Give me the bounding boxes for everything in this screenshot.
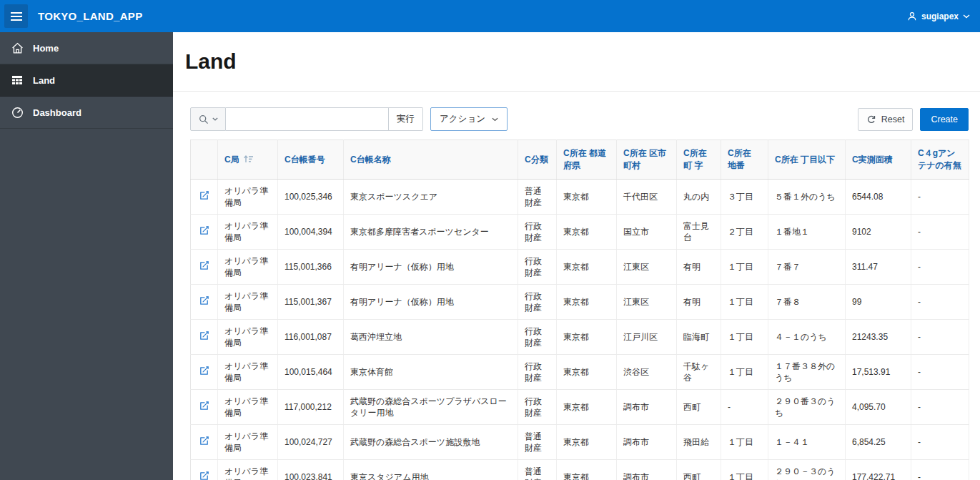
table-cell: ７番８ [768, 285, 846, 320]
search-group: 実行 [190, 107, 423, 131]
table-cell: １丁目 [721, 320, 768, 355]
table-cell: オリパラ準備局 [218, 285, 278, 320]
search-options-button[interactable] [190, 107, 226, 131]
go-button[interactable]: 実行 [389, 107, 423, 131]
edit-icon [199, 401, 209, 411]
home-icon [11, 42, 24, 54]
column-header-label: C実測面積 [852, 155, 893, 165]
table-cell: 17,513.91 [846, 355, 911, 390]
page-title: Land [185, 49, 969, 74]
table-cell: 普通財産 [518, 180, 557, 215]
edit-row-button[interactable] [191, 180, 218, 215]
table-cell: 東京都 [557, 285, 617, 320]
column-header[interactable]: C所在 丁目以下 [768, 140, 846, 180]
table-cell: 国立市 [617, 215, 677, 250]
page-header: Land [173, 32, 980, 92]
table-cell: オリパラ準備局 [218, 390, 278, 425]
user-name: sugiapex [921, 11, 959, 21]
edit-icon [199, 436, 209, 446]
table-cell: - [911, 320, 969, 355]
table-cell: １番地１ [768, 215, 846, 250]
reset-label: Reset [881, 114, 905, 124]
edit-row-button[interactable] [191, 425, 218, 460]
column-header-label: C所在 町 字 [683, 148, 707, 170]
column-header[interactable]: C所在 都道府県 [557, 140, 617, 180]
column-header[interactable]: C分類 [518, 140, 557, 180]
edit-row-button[interactable] [191, 285, 218, 320]
column-header[interactable]: C所在 地番 [721, 140, 768, 180]
sidebar-item-home[interactable]: Home [0, 32, 173, 64]
user-menu[interactable]: sugiapex [907, 11, 970, 21]
table-cell: - [911, 425, 969, 460]
sidebar-item-land[interactable]: Land [0, 64, 173, 97]
table-cell: 調布市 [617, 460, 677, 480]
sidebar-item-dashboard[interactable]: Dashboard [0, 97, 173, 129]
sort-indicator [244, 155, 253, 165]
table-cell: ２９０－３のうち [768, 460, 846, 480]
table-cell: 東京スポーツスクエア [344, 180, 518, 215]
table-cell: 東京都 [557, 390, 617, 425]
table-cell: １－４１ [768, 425, 846, 460]
table-cell: 100,023,841 [278, 460, 344, 480]
table-cell: 江戸川区 [617, 320, 677, 355]
table-row: オリパラ準備局100,023,841東京スタジアム用地普通財産東京都調布市西町１… [191, 460, 969, 480]
table-cell: オリパラ準備局 [218, 180, 278, 215]
table-header-row: C局C台帳番号C台帳名称C分類C所在 都道府県C所在 区市町村C所在 町 字C所… [191, 140, 969, 180]
table-cell: 東京スタジアム用地 [344, 460, 518, 480]
edit-row-button[interactable] [191, 460, 218, 480]
edit-row-button[interactable] [191, 215, 218, 250]
app-title: TOKYO_LAND_APP [38, 10, 142, 22]
hamburger-menu-icon[interactable] [4, 4, 28, 28]
table-cell: - [911, 250, 969, 285]
column-header-label: C台帳番号 [284, 155, 325, 165]
edit-icon [199, 190, 209, 201]
table-cell: 千代田区 [617, 180, 677, 215]
table-cell: オリパラ準備局 [218, 250, 278, 285]
table-cell: 東京都 [557, 250, 617, 285]
table-cell: 行政財産 [518, 215, 557, 250]
table-cell: - [911, 460, 969, 480]
table-cell: 有明アリーナ（仮称）用地 [344, 285, 518, 320]
table-cell: 行政財産 [518, 285, 557, 320]
chevron-down-icon [492, 117, 498, 122]
table-cell: 177,422.71 [846, 460, 911, 480]
report-table: C局C台帳番号C台帳名称C分類C所在 都道府県C所在 区市町村C所在 町 字C所… [190, 139, 969, 480]
reset-button[interactable]: Reset [858, 108, 914, 131]
table-cell: 調布市 [617, 425, 677, 460]
table-cell: １丁目 [721, 460, 768, 480]
table-cell: 普通財産 [518, 460, 557, 480]
edit-icon [199, 295, 209, 306]
column-header[interactable]: C台帳番号 [278, 140, 344, 180]
column-header[interactable]: C４gアンテナの有無 [911, 140, 969, 180]
column-header[interactable]: C実測面積 [846, 140, 911, 180]
table-cell: オリパラ準備局 [218, 460, 278, 480]
table-cell: 116,001,087 [278, 320, 344, 355]
top-bar: TOKYO_LAND_APP sugiapex [0, 0, 980, 32]
table-cell: 行政財産 [518, 390, 557, 425]
column-header[interactable]: C局 [218, 140, 278, 180]
edit-row-button[interactable] [191, 390, 218, 425]
table-row: オリパラ準備局115,001,366有明アリーナ（仮称）用地行政財産東京都江東区… [191, 250, 969, 285]
table-cell: ３丁目 [721, 180, 768, 215]
column-header-label: C所在 丁目以下 [775, 155, 835, 165]
table-cell: 東京都 [557, 460, 617, 480]
edit-row-button[interactable] [191, 320, 218, 355]
dashboard-gauge-icon [11, 107, 24, 119]
table-cell: １丁目 [721, 250, 768, 285]
create-button[interactable]: Create [920, 108, 969, 131]
table-cell: 311.47 [846, 250, 911, 285]
sort-ascending-icon [244, 155, 253, 163]
table-cell: 東京都 [557, 320, 617, 355]
search-input[interactable] [226, 107, 389, 131]
table-cell: 調布市 [617, 390, 677, 425]
table-cell: - [911, 285, 969, 320]
edit-row-button[interactable] [191, 250, 218, 285]
table-cell: 渋谷区 [617, 355, 677, 390]
chevron-down-icon [963, 14, 970, 19]
column-header-label: C所在 都道府県 [563, 148, 606, 170]
column-header[interactable]: C所在 区市町村 [617, 140, 677, 180]
edit-row-button[interactable] [191, 355, 218, 390]
actions-menu-button[interactable]: アクション [430, 107, 508, 131]
column-header[interactable]: C所在 町 字 [677, 140, 721, 180]
column-header[interactable]: C台帳名称 [344, 140, 518, 180]
